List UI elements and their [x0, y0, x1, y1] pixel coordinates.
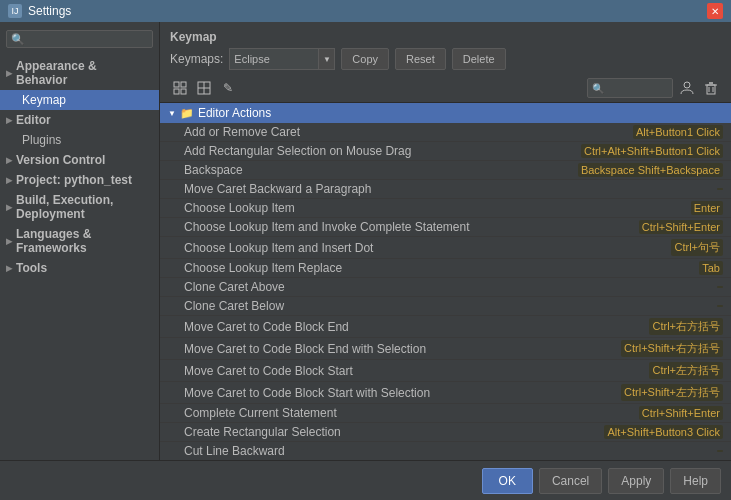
toolbar-left: ✎ [170, 78, 238, 98]
sidebar-item-build[interactable]: ▶ Build, Execution, Deployment [0, 190, 159, 224]
sidebar-item-label: Languages & Frameworks [16, 227, 151, 255]
action-row[interactable]: Add or Remove Caret Alt+Button1 Click [160, 123, 731, 142]
title-bar-left: IJ Settings [8, 4, 71, 18]
reset-button[interactable]: Reset [395, 48, 446, 70]
action-shortcut: Ctrl+左方括号 [649, 362, 723, 379]
svg-rect-3 [181, 89, 186, 94]
title-bar: IJ Settings ✕ [0, 0, 731, 22]
expand-icon [173, 81, 187, 95]
action-row[interactable]: Move Caret to Code Block End Ctrl+右方括号 [160, 316, 731, 338]
action-row[interactable]: Choose Lookup Item Enter [160, 199, 731, 218]
delete-button[interactable]: Delete [452, 48, 506, 70]
svg-rect-8 [707, 85, 715, 94]
action-row[interactable]: Move Caret Backward a Paragraph [160, 180, 731, 199]
group-header-label: Editor Actions [198, 106, 271, 120]
action-shortcut: Alt+Button1 Click [633, 125, 723, 139]
action-row[interactable]: Clone Caret Below [160, 297, 731, 316]
help-button[interactable]: Help [670, 468, 721, 494]
user-icon-button[interactable] [677, 78, 697, 98]
keymaps-label: Keymaps: [170, 52, 223, 66]
action-name: Cut Line Backward [184, 444, 285, 458]
trash-icon [704, 81, 718, 95]
keymap-section-header: Keymap [160, 22, 731, 48]
dropdown-arrow-btn[interactable]: ▼ [319, 48, 335, 70]
sidebar-item-label: Appearance & Behavior [16, 59, 151, 87]
action-row[interactable]: Cut Line Backward [160, 442, 731, 460]
sidebar-item-keymap[interactable]: Keymap [0, 90, 159, 110]
action-shortcut: Alt+Shift+Button3 Click [604, 425, 723, 439]
ok-button[interactable]: OK [482, 468, 533, 494]
main-content: Keymap Keymaps: Eclipse ▼ Copy Reset Del… [160, 22, 731, 460]
sidebar-item-label: Plugins [22, 133, 61, 147]
action-search-box[interactable]: 🔍 [587, 78, 673, 98]
toolbar-right: 🔍 [587, 78, 721, 98]
sidebar-item-editor[interactable]: ▶ Editor [0, 110, 159, 130]
sidebar-item-tools[interactable]: ▶ Tools [0, 258, 159, 278]
collapse-all-button[interactable] [194, 78, 214, 98]
sidebar-item-label: Project: python_test [16, 173, 132, 187]
action-shortcut: Ctrl+Alt+Shift+Button1 Click [581, 144, 723, 158]
svg-rect-1 [181, 82, 186, 87]
sidebar-search-input[interactable] [6, 30, 153, 48]
folder-icon: 📁 [180, 107, 194, 120]
keymap-dropdown[interactable]: Eclipse [229, 48, 319, 70]
action-row[interactable]: Choose Lookup Item Replace Tab [160, 259, 731, 278]
dialog-footer: OK Cancel Apply Help [0, 460, 731, 500]
close-button[interactable]: ✕ [707, 3, 723, 19]
action-name: Add Rectangular Selection on Mouse Drag [184, 144, 411, 158]
cancel-button[interactable]: Cancel [539, 468, 602, 494]
sidebar-item-label: Editor [16, 113, 51, 127]
apply-button[interactable]: Apply [608, 468, 664, 494]
action-name: Move Caret to Code Block End [184, 320, 349, 334]
action-row[interactable]: Choose Lookup Item and Invoke Complete S… [160, 218, 731, 237]
sidebar-item-appearance[interactable]: ▶ Appearance & Behavior [0, 56, 159, 90]
action-shortcut [717, 188, 723, 190]
action-row[interactable]: Complete Current Statement Ctrl+Shift+En… [160, 404, 731, 423]
expand-all-button[interactable] [170, 78, 190, 98]
action-row[interactable]: Move Caret to Code Block Start Ctrl+左方括号 [160, 360, 731, 382]
sidebar-item-label: Keymap [22, 93, 66, 107]
collapse-icon [197, 81, 211, 95]
sidebar-item-label: Build, Execution, Deployment [16, 193, 151, 221]
action-shortcut: Ctrl+Shift+右方括号 [621, 340, 723, 357]
action-name: Move Caret to Code Block Start [184, 364, 353, 378]
action-row[interactable]: Add Rectangular Selection on Mouse Drag … [160, 142, 731, 161]
action-name: Move Caret to Code Block End with Select… [184, 342, 426, 356]
sidebar-item-project[interactable]: ▶ Project: python_test [0, 170, 159, 190]
trash-icon-button[interactable] [701, 78, 721, 98]
action-shortcut: Ctrl+句号 [671, 239, 723, 256]
action-row[interactable]: Move Caret to Code Block Start with Sele… [160, 382, 731, 404]
action-shortcut: Enter [691, 201, 723, 215]
triangle-icon: ▶ [6, 69, 12, 78]
triangle-icon: ▶ [6, 156, 12, 165]
triangle-icon: ▶ [6, 116, 12, 125]
action-row[interactable]: Create Rectangular Selection Alt+Shift+B… [160, 423, 731, 442]
user-icon [679, 80, 695, 96]
edit-icon-button[interactable]: ✎ [218, 78, 238, 98]
actions-toolbar: ✎ 🔍 [160, 76, 731, 103]
action-row[interactable]: Clone Caret Above [160, 278, 731, 297]
action-row[interactable]: Backspace Backspace Shift+Backspace [160, 161, 731, 180]
action-name: Choose Lookup Item [184, 201, 295, 215]
triangle-icon: ▶ [6, 176, 12, 185]
copy-button[interactable]: Copy [341, 48, 389, 70]
editor-actions-group-header[interactable]: ▼ 📁 Editor Actions [160, 103, 731, 123]
action-shortcut: Backspace Shift+Backspace [578, 163, 723, 177]
action-shortcut [717, 305, 723, 307]
action-shortcut: Ctrl+Shift+左方括号 [621, 384, 723, 401]
action-name: Choose Lookup Item Replace [184, 261, 342, 275]
action-shortcut [717, 286, 723, 288]
sidebar-item-languages[interactable]: ▶ Languages & Frameworks [0, 224, 159, 258]
sidebar-item-version-control[interactable]: ▶ Version Control [0, 150, 159, 170]
sidebar-search-container [0, 26, 159, 52]
action-name: Move Caret to Code Block Start with Sele… [184, 386, 430, 400]
sidebar-item-plugins[interactable]: Plugins [0, 130, 159, 150]
action-row[interactable]: Move Caret to Code Block End with Select… [160, 338, 731, 360]
action-row[interactable]: Choose Lookup Item and Insert Dot Ctrl+句… [160, 237, 731, 259]
action-shortcut: Ctrl+右方括号 [649, 318, 723, 335]
action-search-input[interactable] [608, 82, 668, 94]
action-shortcut: Tab [699, 261, 723, 275]
sidebar-item-label: Version Control [16, 153, 105, 167]
action-shortcut: Ctrl+Shift+Enter [639, 406, 723, 420]
triangle-icon: ▶ [6, 264, 12, 273]
